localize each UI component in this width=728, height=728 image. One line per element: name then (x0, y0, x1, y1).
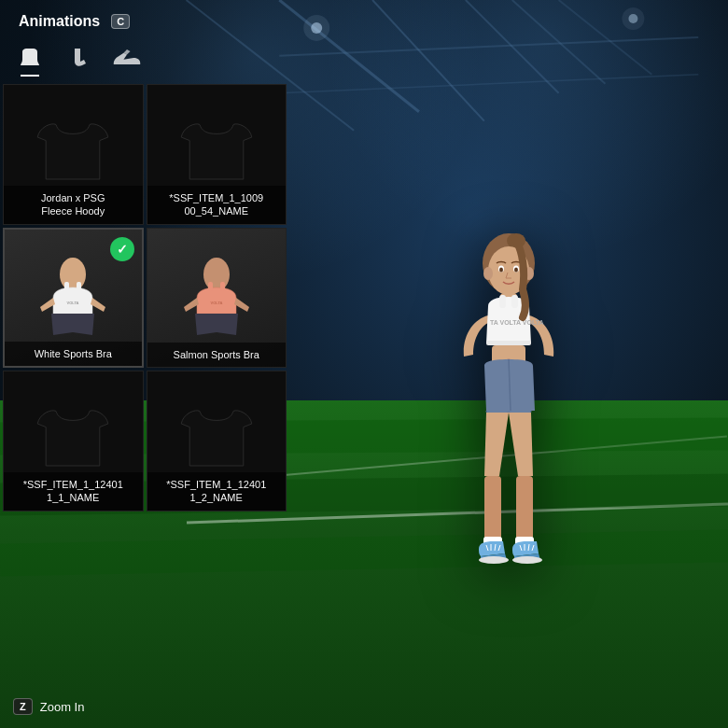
clothing-item-white-bra[interactable]: VOLTA White Sports Bra (3, 228, 144, 369)
clothing-grid: Jordan x PSGFleece Hoody *SSF_ITEM_1_100… (0, 84, 289, 514)
selected-check-badge (110, 237, 134, 261)
svg-rect-20 (77, 282, 81, 291)
clothing-item-ssf-1[interactable]: *SSF_ITEM_1_100900_54_NAME (147, 84, 287, 225)
svg-rect-23 (208, 282, 213, 291)
body-area: Jordan x PSGFleece Hoody *SSF_ITEM_1_100… (0, 84, 728, 728)
svg-point-31 (499, 268, 503, 273)
character-3d-svg: TA VOLTA VOLTA (406, 205, 611, 653)
svg-text:TA VOLTA VOLTA: TA VOLTA VOLTA (490, 319, 544, 326)
clothing-category-icon[interactable] (15, 43, 45, 73)
svg-rect-36 (499, 295, 506, 308)
clothing-item-ssf-3[interactable]: *SSF_ITEM_1_124011_2_NAME (147, 371, 287, 511)
ssf-1-label: *SSF_ITEM_1_100900_54_NAME (147, 186, 287, 224)
jordan-psg-tshirt-svg (31, 112, 115, 196)
main-content: Animations C (0, 0, 728, 728)
svg-text:VOLTA: VOLTA (210, 301, 222, 305)
salmon-bra-label: Salmon Sports Bra (147, 343, 287, 367)
clothing-item-jordan-psg[interactable]: Jordan x PSGFleece Hoody (3, 84, 144, 225)
svg-rect-37 (511, 295, 518, 308)
salmon-bra-svg: VOLTA (165, 246, 268, 349)
shoe-svg-icon (112, 45, 142, 71)
clothing-item-ssf-2[interactable]: *SSF_ITEM_1_124011_1_NAME (3, 371, 144, 511)
sock-svg-icon (65, 45, 91, 71)
svg-text:VOLTA: VOLTA (67, 301, 79, 305)
icon-row (0, 39, 728, 84)
svg-rect-43 (484, 476, 501, 546)
svg-point-18 (60, 258, 86, 291)
shoes-category-icon[interactable] (112, 43, 142, 73)
animations-label: Animations (19, 13, 100, 30)
svg-point-33 (483, 267, 493, 280)
socks-category-icon[interactable] (63, 43, 93, 73)
svg-rect-19 (64, 282, 69, 291)
white-bra-label: White Sports Bra (5, 342, 142, 366)
zoom-label: Zoom In (40, 700, 85, 714)
svg-point-47 (479, 556, 509, 564)
top-bar: Animations C (0, 0, 728, 39)
left-panel: Jordan x PSGFleece Hoody *SSF_ITEM_1_100… (0, 84, 289, 728)
clothing-item-salmon-bra[interactable]: VOLTA Salmon Sports Bra (147, 228, 287, 369)
animations-key-badge: C (111, 14, 130, 29)
foot-svg-icon (17, 45, 43, 71)
svg-point-22 (203, 258, 230, 291)
svg-rect-24 (220, 282, 225, 291)
ssf-1-tshirt-svg (175, 112, 259, 196)
svg-point-32 (514, 268, 518, 273)
bottom-zoom-bar: Z Zoom In (13, 698, 84, 715)
right-area-3d: TA VOLTA VOLTA (289, 84, 728, 728)
svg-rect-44 (516, 476, 533, 546)
ssf-3-label: *SSF_ITEM_1_124011_2_NAME (147, 472, 287, 511)
svg-rect-39 (486, 341, 531, 345)
svg-point-48 (512, 556, 542, 564)
ssf-2-label: *SSF_ITEM_1_124011_1_NAME (4, 472, 143, 511)
zoom-key-badge: Z (13, 698, 33, 715)
jordan-psg-label: Jordan x PSGFleece Hoody (4, 186, 143, 224)
white-bra-svg: VOLTA (21, 246, 124, 349)
ssf-3-tshirt-svg (175, 399, 259, 483)
ssf-2-tshirt-svg (31, 399, 115, 483)
